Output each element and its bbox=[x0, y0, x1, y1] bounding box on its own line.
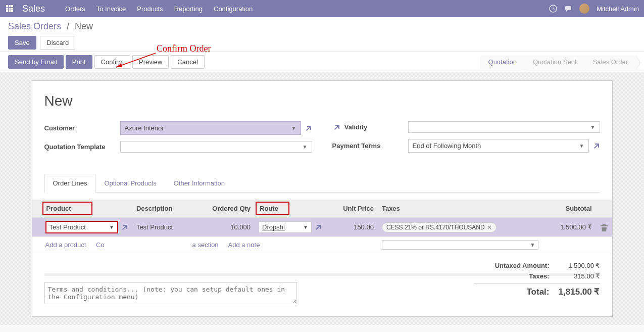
untaxed-amount-value: 1,500.00 ₹ bbox=[550, 262, 600, 269]
terms-textarea[interactable] bbox=[44, 282, 297, 304]
col-unit-price: Unit Price bbox=[326, 200, 378, 218]
status-sales-order[interactable]: Sales Order bbox=[585, 55, 636, 69]
add-product-link[interactable]: Add a product bbox=[45, 241, 86, 249]
breadcrumb-root[interactable]: Sales Orders bbox=[8, 21, 61, 31]
taxes-cell[interactable]: CESS 21% or RS.4170/THOUSAND ✕ bbox=[378, 218, 542, 237]
external-link-icon[interactable] bbox=[332, 122, 342, 131]
cancel-button[interactable]: Cancel bbox=[171, 55, 204, 69]
quotation-template-field[interactable]: ▼ bbox=[120, 141, 312, 153]
col-taxes: Taxes bbox=[378, 200, 542, 218]
external-link-icon[interactable] bbox=[304, 123, 312, 132]
annotation-text: Confirm Order bbox=[157, 43, 211, 54]
totals: Untaxed Amount:1,500.00 ₹ Taxes:315.00 ₹… bbox=[474, 262, 600, 304]
col-route: Route bbox=[255, 200, 326, 218]
breadcrumb: Sales Orders / New bbox=[8, 21, 636, 32]
untaxed-amount-label: Untaxed Amount: bbox=[474, 262, 550, 269]
tabs: Order Lines Optional Products Other Info… bbox=[44, 174, 600, 193]
svg-rect-0 bbox=[6, 5, 8, 7]
app-title[interactable]: Sales bbox=[22, 4, 45, 14]
tab-other-information[interactable]: Other Information bbox=[165, 174, 233, 192]
description-cell[interactable]: Test Product bbox=[132, 218, 192, 237]
chevron-down-icon: ▼ bbox=[303, 224, 308, 230]
svg-rect-6 bbox=[6, 10, 8, 12]
status-quotation-sent[interactable]: Quotation Sent bbox=[525, 55, 585, 69]
taxes-label: Taxes: bbox=[474, 272, 550, 280]
svg-rect-8 bbox=[11, 10, 13, 12]
table-row: Test Product ▼ Test Product 10.000 Drops… bbox=[32, 218, 612, 237]
total-value: 1,815.00 ₹ bbox=[550, 287, 600, 297]
route-cell[interactable]: Dropshi ▼ bbox=[259, 221, 312, 233]
menu-products[interactable]: Products bbox=[137, 5, 163, 13]
svg-rect-1 bbox=[9, 5, 11, 7]
page-title: New bbox=[44, 93, 600, 109]
col-subtotal: Subtotal bbox=[542, 200, 596, 218]
external-link-icon[interactable] bbox=[314, 222, 322, 231]
status-bar: Quotation Quotation Sent Sales Order bbox=[480, 55, 636, 69]
subtotal-cell: 1,500.00 ₹ bbox=[542, 218, 596, 237]
svg-rect-7 bbox=[9, 10, 11, 12]
payment-terms-field[interactable]: End of Following Month ▼ bbox=[408, 139, 589, 153]
menu-configuration[interactable]: Configuration bbox=[214, 5, 253, 13]
tab-optional-products[interactable]: Optional Products bbox=[95, 174, 165, 192]
trash-icon[interactable] bbox=[600, 223, 608, 230]
discard-button[interactable]: Discard bbox=[40, 36, 75, 50]
customer-field[interactable]: Azure Interior ▼ bbox=[120, 121, 301, 135]
clock-icon[interactable] bbox=[549, 5, 557, 13]
tax-tag: CESS 21% or RS.4170/THOUSAND ✕ bbox=[382, 222, 497, 232]
add-row: Add a product Co a section Add a note ▼ bbox=[32, 237, 612, 253]
breadcrumb-current: New bbox=[75, 21, 93, 31]
menu-to-invoice[interactable]: To Invoice bbox=[96, 5, 126, 13]
menu-orders[interactable]: Orders bbox=[65, 5, 85, 13]
taxes-dropdown[interactable]: ▼ bbox=[382, 240, 538, 250]
col-description: Description bbox=[132, 200, 192, 218]
order-lines-table: Product Description Ordered Qty Route Un… bbox=[32, 200, 612, 253]
top-menu: Orders To Invoice Products Reporting Con… bbox=[65, 5, 253, 13]
unit-price-cell[interactable]: 150.00 bbox=[326, 218, 378, 237]
chevron-down-icon: ▼ bbox=[303, 144, 308, 150]
label-quotation-template: Quotation Template bbox=[44, 143, 120, 151]
chevron-down-icon: ▼ bbox=[109, 224, 114, 230]
svg-rect-4 bbox=[9, 8, 11, 10]
chevron-down-icon: ▼ bbox=[530, 242, 535, 248]
chevron-down-icon: ▼ bbox=[579, 143, 584, 149]
col-ordered-qty: Ordered Qty bbox=[192, 200, 255, 218]
qty-cell[interactable]: 10.000 bbox=[192, 218, 255, 237]
status-quotation[interactable]: Quotation bbox=[480, 55, 525, 69]
print-button[interactable]: Print bbox=[66, 55, 92, 69]
control-panel: Sales Orders / New Save Discard bbox=[0, 17, 644, 52]
save-button[interactable]: Save bbox=[8, 36, 36, 50]
chevron-down-icon: ▼ bbox=[291, 125, 296, 131]
chevron-down-icon: ▼ bbox=[590, 124, 596, 130]
add-section-link-suffix[interactable]: a section bbox=[192, 241, 219, 249]
svg-rect-5 bbox=[11, 8, 13, 10]
avatar[interactable] bbox=[579, 4, 589, 14]
validity-field[interactable]: ▼ bbox=[408, 121, 600, 133]
apps-icon[interactable] bbox=[5, 4, 14, 13]
col-product: Product bbox=[41, 200, 132, 218]
confirm-button[interactable]: Confirm bbox=[94, 55, 131, 69]
label-customer: Customer bbox=[44, 124, 120, 132]
svg-rect-2 bbox=[11, 5, 13, 7]
label-validity: Validity bbox=[332, 122, 408, 131]
total-label: Total: bbox=[474, 287, 550, 297]
add-section-link[interactable]: Co bbox=[96, 241, 105, 249]
form-sheet: New Customer Azure Interior ▼ bbox=[32, 80, 613, 317]
taxes-value: 315.00 ₹ bbox=[550, 272, 600, 280]
product-cell[interactable]: Test Product ▼ bbox=[45, 221, 118, 233]
top-navbar: Sales Orders To Invoice Products Reporti… bbox=[0, 0, 644, 17]
action-bar: Send by Email Print Confirm Preview Canc… bbox=[0, 52, 644, 72]
external-link-icon[interactable] bbox=[592, 141, 600, 150]
svg-rect-3 bbox=[6, 8, 8, 10]
add-note-link[interactable]: Add a note bbox=[228, 241, 260, 249]
send-by-email-button[interactable]: Send by Email bbox=[8, 55, 64, 69]
remove-tag-icon[interactable]: ✕ bbox=[487, 224, 492, 231]
chat-icon[interactable] bbox=[564, 5, 572, 13]
preview-button[interactable]: Preview bbox=[132, 55, 169, 69]
label-payment-terms: Payment Terms bbox=[332, 142, 408, 150]
tab-order-lines[interactable]: Order Lines bbox=[44, 174, 96, 193]
external-link-icon[interactable] bbox=[120, 222, 128, 231]
user-name[interactable]: Mitchell Admin bbox=[597, 5, 639, 13]
menu-reporting[interactable]: Reporting bbox=[174, 5, 203, 13]
